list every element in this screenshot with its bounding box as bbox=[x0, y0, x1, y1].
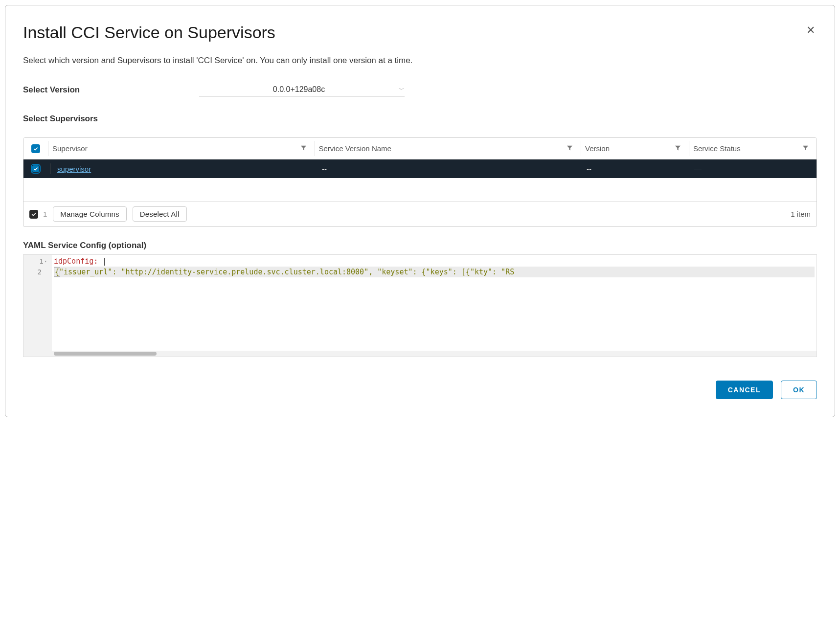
supervisors-table: Supervisor Service Version Name Version bbox=[23, 137, 817, 227]
version-value: 0.0.0+129a08c bbox=[199, 85, 399, 94]
manage-columns-button[interactable]: Manage Columns bbox=[53, 206, 126, 222]
cell-status: — bbox=[689, 165, 817, 173]
chevron-down-icon: ﹀ bbox=[399, 86, 405, 94]
table-header-row: Supervisor Service Version Name Version bbox=[23, 138, 817, 159]
horizontal-scrollbar[interactable] bbox=[52, 351, 817, 357]
check-icon bbox=[33, 146, 39, 152]
close-button[interactable]: ✕ bbox=[804, 23, 817, 38]
modal-title: Install CCI Service on Supervisors bbox=[23, 23, 275, 42]
line-number: 2 bbox=[25, 267, 50, 277]
modal-header: Install CCI Service on Supervisors ✕ bbox=[23, 23, 817, 42]
col-version[interactable]: Version bbox=[581, 138, 689, 159]
code-line-1: idpConfig: | bbox=[54, 256, 815, 267]
table-footer: 1 Manage Columns Deselect All 1 item bbox=[23, 202, 817, 226]
yaml-label: YAML Service Config (optional) bbox=[23, 241, 817, 250]
check-icon bbox=[31, 211, 37, 217]
version-select[interactable]: 0.0.0+129a08c ﹀ bbox=[199, 83, 405, 96]
ok-button[interactable]: OK bbox=[781, 381, 817, 399]
cancel-button[interactable]: CANCEL bbox=[716, 381, 773, 399]
install-service-modal: Install CCI Service on Supervisors ✕ Sel… bbox=[5, 5, 835, 417]
selected-count: 1 bbox=[43, 210, 47, 218]
code-line-2: {"issuer_url": "http://identity-service.… bbox=[54, 267, 815, 277]
cell-svc-version: -- bbox=[317, 165, 582, 173]
scrollbar-thumb[interactable] bbox=[54, 352, 157, 356]
supervisors-label: Select Supervisors bbox=[23, 114, 817, 124]
row-checkbox-cell bbox=[23, 159, 48, 178]
select-all-cell bbox=[23, 138, 48, 159]
deselect-all-button[interactable]: Deselect All bbox=[133, 206, 187, 222]
filter-icon[interactable] bbox=[563, 145, 577, 153]
footer-selected-checkbox[interactable] bbox=[29, 210, 38, 219]
select-all-checkbox[interactable] bbox=[31, 144, 40, 153]
filter-icon[interactable] bbox=[798, 145, 813, 153]
modal-footer: CANCEL OK bbox=[23, 381, 817, 399]
fold-toggle-icon[interactable]: ▾ bbox=[45, 259, 47, 264]
col-service-version-name[interactable]: Service Version Name bbox=[315, 138, 581, 159]
filter-icon[interactable] bbox=[671, 145, 685, 153]
close-icon: ✕ bbox=[806, 24, 815, 36]
version-row: Select Version 0.0.0+129a08c ﹀ bbox=[23, 83, 817, 96]
modal-subtitle: Select which version and Supervisors to … bbox=[23, 56, 817, 66]
col-supervisor[interactable]: Supervisor bbox=[48, 138, 315, 159]
editor-body[interactable]: idpConfig: | {"issuer_url": "http://iden… bbox=[52, 255, 817, 357]
col-service-status[interactable]: Service Status bbox=[689, 138, 817, 159]
supervisor-link[interactable]: supervisor bbox=[57, 165, 91, 173]
cell-supervisor: supervisor bbox=[52, 165, 317, 173]
editor-gutter: 1▾ 2 bbox=[23, 255, 52, 357]
filter-icon[interactable] bbox=[296, 145, 311, 153]
version-label: Select Version bbox=[23, 85, 199, 95]
table-empty-space bbox=[23, 178, 817, 202]
row-checkbox[interactable] bbox=[32, 165, 40, 173]
table-row[interactable]: supervisor -- -- — bbox=[23, 159, 817, 178]
yaml-editor[interactable]: 1▾ 2 idpConfig: | {"issuer_url": "http:/… bbox=[23, 254, 817, 357]
line-number: 1▾ bbox=[25, 256, 50, 267]
item-count: 1 item bbox=[791, 210, 811, 218]
check-icon bbox=[33, 166, 39, 172]
cell-version: -- bbox=[582, 165, 689, 173]
